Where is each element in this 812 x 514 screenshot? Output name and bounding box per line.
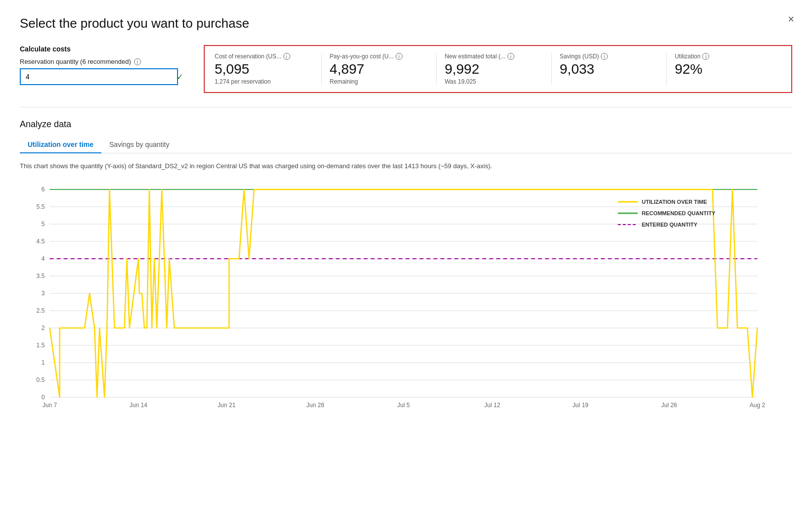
metric-value-3: 9,033 [560, 62, 659, 77]
metric-item-4: Utilization i 92% [667, 53, 781, 85]
reservation-qty-info-icon[interactable]: i [134, 58, 141, 65]
input-label: Reservation quantity (6 recommended) i [20, 58, 188, 65]
svg-text:3.5: 3.5 [37, 273, 45, 280]
svg-text:2: 2 [42, 325, 45, 331]
metric-label-2: New estimated total (... i [445, 53, 543, 60]
metric-info-icon-2[interactable]: i [507, 53, 514, 60]
chart-description: This chart shows the quantity (Y-axis) o… [20, 161, 792, 171]
svg-text:0.5: 0.5 [37, 376, 45, 383]
metric-sub-2: Was 19,025 [445, 78, 543, 85]
tab-utilization[interactable]: Utilization over time [20, 137, 101, 153]
left-panel: Calculate costs Reservation quantity (6 … [20, 45, 188, 85]
svg-text:RECOMMENDED QUANTITY: RECOMMENDED QUANTITY [642, 210, 716, 216]
chart-area: 6 5.5 5 4.5 4 3.5 3 2.5 2 1.5 1 0.5 0 Ju… [20, 180, 792, 417]
metric-value-1: 4,897 [330, 62, 429, 77]
svg-text:Jun 21: Jun 21 [218, 402, 236, 409]
metric-value-0: 5,095 [215, 62, 314, 77]
metric-value-2: 9,992 [445, 62, 543, 77]
svg-text:Jul 26: Jul 26 [661, 402, 677, 409]
svg-text:0: 0 [42, 394, 45, 401]
metric-label-4: Utilization i [675, 53, 773, 60]
metric-sub-1: Remaining [330, 78, 429, 85]
metric-info-icon-4[interactable]: i [702, 53, 709, 60]
svg-text:ENTERED QUANTITY: ENTERED QUANTITY [642, 222, 698, 228]
tabs: Utilization over time Savings by quantit… [20, 137, 792, 153]
svg-text:Jul 19: Jul 19 [573, 402, 589, 409]
chart-svg: 6 5.5 5 4.5 4 3.5 3 2.5 2 1.5 1 0.5 0 Ju… [20, 180, 792, 417]
svg-text:5.5: 5.5 [37, 203, 45, 210]
metric-sub-0: 1,274 per reservation [215, 78, 314, 85]
metric-value-4: 92% [675, 62, 773, 77]
svg-text:Jun 7: Jun 7 [43, 402, 57, 409]
metric-item-2: New estimated total (... i 9,992 Was 19,… [437, 53, 552, 85]
top-section: Calculate costs Reservation quantity (6 … [20, 45, 792, 93]
svg-text:Jul 12: Jul 12 [484, 402, 500, 409]
tab-savings[interactable]: Savings by quantity [101, 137, 177, 153]
svg-text:3: 3 [42, 290, 45, 297]
metric-item-0: Cost of reservation (US... i 5,095 1,274… [215, 53, 322, 85]
metric-item-1: Pay-as-you-go cost (U... i 4,897 Remaini… [322, 53, 437, 85]
svg-text:1.5: 1.5 [37, 342, 45, 349]
divider [20, 107, 792, 107]
svg-text:2.5: 2.5 [37, 307, 45, 314]
svg-text:Jun 14: Jun 14 [130, 402, 148, 409]
metric-info-icon-0[interactable]: i [283, 53, 290, 60]
svg-text:UTILIZATION OVER TIME: UTILIZATION OVER TIME [642, 199, 707, 205]
metric-item-3: Savings (USD) i 9,033 [552, 53, 667, 85]
svg-text:6: 6 [42, 186, 45, 193]
svg-text:Jul 5: Jul 5 [397, 402, 410, 409]
metric-label-0: Cost of reservation (US... i [215, 53, 314, 60]
section-title: Calculate costs [20, 45, 188, 53]
reservation-quantity-input[interactable] [20, 68, 178, 85]
svg-text:Aug 2: Aug 2 [750, 402, 766, 409]
svg-text:1: 1 [42, 359, 45, 366]
metric-info-icon-1[interactable]: i [396, 53, 403, 60]
metric-label-3: Savings (USD) i [560, 53, 659, 60]
close-button[interactable]: × [788, 14, 794, 25]
svg-text:4: 4 [42, 255, 45, 262]
metric-label-1: Pay-as-you-go cost (U... i [330, 53, 429, 60]
analyze-section: Analyze data Utilization over time Savin… [20, 119, 792, 418]
metrics-panel: Cost of reservation (US... i 5,095 1,274… [204, 45, 792, 93]
svg-text:4.5: 4.5 [37, 238, 45, 245]
page-title: Select the product you want to purchase [20, 16, 792, 31]
input-check-icon: ✓ [177, 72, 183, 82]
metric-info-icon-3[interactable]: i [601, 53, 608, 60]
analyze-title: Analyze data [20, 119, 792, 130]
svg-text:Jun 28: Jun 28 [306, 402, 324, 409]
svg-text:5: 5 [42, 221, 45, 228]
input-wrapper: ✓ [20, 68, 188, 85]
